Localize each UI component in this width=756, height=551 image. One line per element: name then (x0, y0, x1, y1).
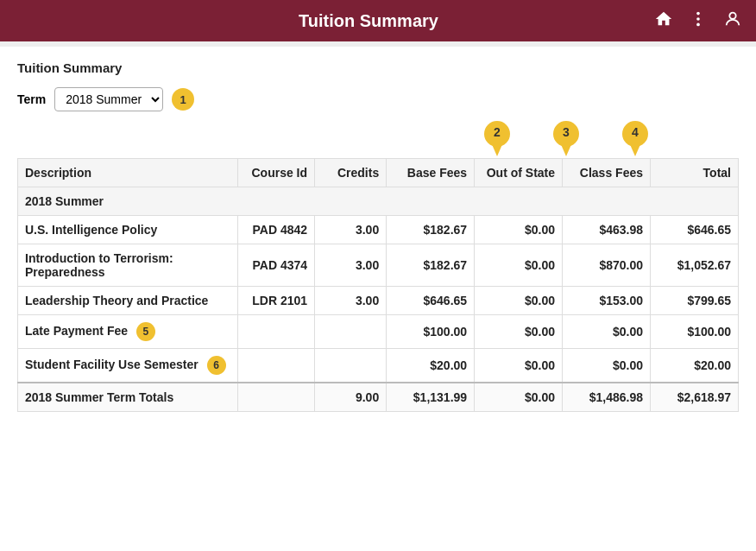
table-row: Introduction to Terrorism: Preparedness … (18, 244, 739, 287)
pin-badge-2: 2 (482, 120, 512, 156)
badge-1: 1 (172, 88, 194, 111)
table-row: Late Payment Fee 5 $100.00 $0.00 $0.00 $… (18, 315, 739, 349)
row-base-fees: $182.67 (387, 216, 475, 244)
svg-point-3 (729, 12, 735, 18)
top-bar: Tuition Summary (0, 0, 756, 41)
row-total: $20.00 (651, 349, 739, 383)
col-class-fees: Class Fees (563, 159, 651, 187)
pin-badge-3: 3 (551, 120, 581, 156)
term-row: Term 2018 Summer 2019 Spring 2018 Fall 1 (17, 87, 739, 111)
svg-point-0 (696, 11, 700, 15)
totals-class-fees: $1,486.98 (563, 383, 651, 412)
term-select[interactable]: 2018 Summer 2019 Spring 2018 Fall (54, 87, 163, 111)
row-course-id: PAD 4842 (237, 216, 314, 244)
page-content: Tuition Summary Term 2018 Summer 2019 Sp… (0, 47, 756, 551)
row-class-fees: $463.98 (563, 216, 651, 244)
row-class-fees: $0.00 (563, 349, 651, 383)
col-base-fees: Base Fees (387, 159, 475, 187)
tuition-table: Description Course Id Credits Base Fees … (17, 158, 739, 412)
totals-credits: 9.00 (315, 383, 387, 412)
col-credits: Credits (315, 159, 387, 187)
totals-course-id (237, 383, 314, 412)
row-credits: 3.00 (315, 287, 387, 315)
row-total: $799.65 (651, 287, 739, 315)
svg-marker-5 (491, 142, 503, 156)
col-description: Description (18, 159, 238, 187)
table-row: U.S. Intelligence Policy PAD 4842 3.00 $… (18, 216, 739, 244)
row-class-fees: $153.00 (563, 287, 651, 315)
row-credits (315, 315, 387, 349)
row-description: Student Facility Use Semester 6 (18, 349, 238, 383)
totals-out-of-state: $0.00 (475, 383, 563, 412)
row-course-id: LDR 2101 (237, 287, 314, 315)
svg-point-2 (696, 22, 700, 26)
row-credits (315, 349, 387, 383)
row-total: $646.65 (651, 216, 739, 244)
row-out-of-state: $0.00 (475, 287, 563, 315)
col-total: Total (651, 159, 739, 187)
row-class-fees: $0.00 (563, 315, 651, 349)
row-course-id (237, 315, 314, 349)
table-row: Leadership Theory and Practice LDR 2101 … (18, 287, 739, 315)
row-base-fees: $182.67 (387, 244, 475, 287)
svg-point-1 (696, 17, 700, 21)
section-title: Tuition Summary (17, 60, 739, 75)
col-out-of-state: Out of State (475, 159, 563, 187)
row-description: U.S. Intelligence Policy (18, 216, 238, 244)
col-course-id: Course Id (237, 159, 314, 187)
group-header-row: 2018 Summer (18, 187, 739, 216)
pin-badge-4: 4 (621, 120, 650, 156)
row-description: Late Payment Fee 5 (18, 315, 238, 349)
totals-row: 2018 Summer Term Totals 9.00 $1,131.99 $… (18, 383, 739, 412)
more-vertical-icon[interactable] (689, 10, 708, 33)
profile-icon[interactable] (723, 10, 742, 33)
row-class-fees: $870.00 (563, 244, 651, 287)
table-header-row: Description Course Id Credits Base Fees … (18, 159, 739, 187)
row-credits: 3.00 (315, 244, 387, 287)
row-credits: 3.00 (315, 216, 387, 244)
row-description: Introduction to Terrorism: Preparedness (18, 244, 238, 287)
table-row: Student Facility Use Semester 6 $20.00 $… (18, 349, 739, 383)
home-icon[interactable] (654, 10, 673, 33)
row-total: $100.00 (651, 315, 739, 349)
totals-label: 2018 Summer Term Totals (18, 383, 238, 412)
row-out-of-state: $0.00 (475, 315, 563, 349)
badge-inline-6: 6 (207, 356, 226, 375)
row-description: Leadership Theory and Practice (18, 287, 238, 315)
top-bar-icons (654, 10, 742, 33)
row-course-id: PAD 4374 (237, 244, 314, 287)
group-label: 2018 Summer (18, 187, 739, 216)
row-out-of-state: $0.00 (475, 216, 563, 244)
row-course-id (237, 349, 314, 383)
svg-marker-7 (560, 142, 572, 156)
totals-total: $2,618.97 (651, 383, 739, 412)
totals-base-fees: $1,131.99 (387, 383, 475, 412)
row-out-of-state: $0.00 (475, 349, 563, 383)
row-total: $1,052.67 (651, 244, 739, 287)
page-title: Tuition Summary (83, 11, 654, 31)
svg-marker-9 (629, 142, 641, 156)
row-base-fees: $646.65 (387, 287, 475, 315)
term-label: Term (17, 92, 46, 106)
row-base-fees: $100.00 (387, 315, 475, 349)
row-base-fees: $20.00 (387, 349, 475, 383)
badge-inline-5: 5 (136, 322, 155, 341)
row-out-of-state: $0.00 (475, 244, 563, 287)
